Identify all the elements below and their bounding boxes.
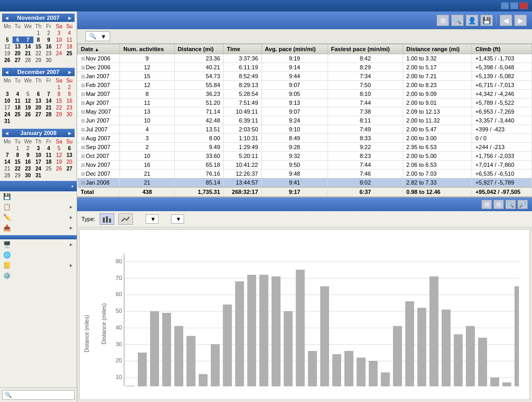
cal-week: 5 6 7 8 9 1011	[2, 36, 75, 43]
maximize-button[interactable]	[510, 2, 518, 9]
cal-jan-prev[interactable]: ◄	[4, 130, 9, 136]
chart-icon-settings[interactable]: ⚙	[493, 200, 504, 209]
cell-num: 8	[120, 90, 174, 99]
activity-reports-header[interactable]: ▪	[0, 181, 77, 191]
cell-fast-pace: 7:34	[328, 72, 403, 81]
table-container[interactable]: Date Num. activities Distance (mi) Time …	[77, 44, 532, 198]
sidebar-item-save-report[interactable]: 💾	[0, 191, 77, 202]
sidebar-search: 🔍	[0, 387, 77, 402]
table-row[interactable]: ⊞May 2007 13 71.14 10:49:11 9:07 7:38 2.…	[78, 107, 532, 116]
table-row[interactable]: ⊞Dec 2007 21 76.16 12:26:37 9:48 7:46 2.…	[78, 169, 532, 178]
main-container: ◄ November 2007 ► Mo Tu We Th Fr Sa Su	[0, 11, 532, 402]
chart-header: ⊞ ⚙ 🔍 🔎	[77, 198, 532, 211]
cell-date: ⊞Dec 2007	[78, 169, 120, 178]
table-row[interactable]: ⊞Nov 2006 9 23.36 3:37:36 9:19 8:42 1.00…	[78, 54, 532, 63]
search-icon: 🔍	[5, 392, 12, 398]
cell-time: 10:49:11	[224, 107, 262, 116]
cal-week: 28293031	[2, 172, 75, 179]
cell-dist-range: 2.00 to 11.32	[403, 116, 472, 125]
table-row[interactable]: ⊞Nov 2007 16 65.18 10:41:22 9:50 7:44 2.…	[78, 161, 532, 169]
cell-avg-pace: 9:19	[261, 54, 328, 63]
toolbar-back-icon[interactable]: ◀	[500, 15, 512, 26]
table-row[interactable]: ⊞Jan 2007 15 54.73 8:52:49 9:44 7:34 2.0…	[78, 72, 532, 81]
toolbar-forward-icon[interactable]: ▶	[514, 15, 527, 26]
chart-icon-zoom-out[interactable]: 🔎	[517, 200, 528, 209]
svg-rect-60	[478, 338, 487, 394]
cell-time: 8:52:49	[224, 72, 262, 81]
svg-rect-29	[199, 374, 207, 394]
sidebar-item-select-view[interactable]: 🖥️ ►	[0, 239, 77, 250]
sidebar-item-import[interactable]: 🌐	[0, 250, 77, 260]
col-num-activities[interactable]: Num. activities	[120, 44, 174, 54]
sidebar-item-edit-activity[interactable]: ✏️ ►	[0, 212, 77, 223]
table-row[interactable]: ⊞Apr 2007 11 51.20 7:51:49 9:13 7:44 2.0…	[78, 99, 532, 107]
cal-next-button[interactable]: ►	[67, 15, 72, 21]
table-row[interactable]: ⊞Dec 2006 12 40.21 6:11:19 9:14 8:29 2.0…	[78, 63, 532, 72]
svg-rect-26	[162, 313, 171, 394]
other-tasks-header[interactable]	[0, 235, 77, 239]
table-row[interactable]: ⊞Jan 2008 21 85.14 13:44:57 9:41 8:02 2.…	[78, 178, 532, 188]
cell-date: ⊞Jun 2007	[78, 116, 120, 125]
table-row[interactable]: ⊞Oct 2007 10 33.60 5:20:11 9:32 8:23 2.0…	[78, 152, 532, 161]
toolbar-user-icon[interactable]: 👤	[466, 15, 478, 26]
cell-date: ⊞Nov 2006	[78, 54, 120, 63]
col-avg-pace[interactable]: Avg. pace (min/mi)	[261, 44, 328, 54]
cell-date: ⊞Feb 2007	[78, 81, 120, 90]
cal-dec-prev[interactable]: ◄	[4, 69, 9, 75]
table-row[interactable]: ⊞Jul 2007 4 13.51 2:03:50 9:10 7:49 2.00…	[78, 125, 532, 134]
col-time[interactable]: Time	[224, 44, 262, 54]
cal-prev-button[interactable]: ◄	[4, 15, 9, 21]
cell-avg-pace: 8:49	[261, 134, 328, 143]
select-report-arrow: ►	[69, 204, 74, 210]
chart-by-select[interactable]: ▼	[171, 214, 184, 224]
table-row[interactable]: ⊞Feb 2007 12 55.84 8:29:13 9:07 7:50 2.0…	[78, 81, 532, 90]
svg-rect-63	[515, 287, 523, 394]
chart-data-select[interactable]: ▼	[146, 214, 159, 224]
table-row[interactable]: ⊞Jun 2007 10 42.48 6:39:11 9:24 8:11 2.0…	[78, 116, 532, 125]
sidebar-item-export[interactable]: 📤 ►	[0, 223, 77, 233]
close-button[interactable]	[519, 2, 528, 9]
col-date[interactable]: Date	[78, 44, 120, 54]
sidebar-item-logbook[interactable]: 📒 ►	[0, 260, 77, 271]
cell-climb: +5,789 / -5,522	[472, 99, 532, 107]
cal-week: 2122232425 2627	[2, 165, 75, 172]
chart-icon-zoom-in[interactable]: 🔍	[505, 200, 516, 209]
search-box[interactable]: 🔍	[2, 390, 75, 400]
cell-fast-pace: 8:29	[328, 63, 403, 72]
cal-dec-next[interactable]: ►	[67, 69, 72, 75]
col-fastest-pace[interactable]: Fastest pace (min/mi)	[328, 44, 403, 54]
sidebar-item-select-report[interactable]: 📋 ►	[0, 202, 77, 212]
main-content: ⊞ 🔍 👤 💾 ◀ ▶ 🔍 ▼ Date	[77, 11, 532, 402]
table-row[interactable]: ⊞Mar 2007 8 36.23 5:28:54 9:05 8:10 2.00…	[78, 90, 532, 99]
total-dist: 1,735.31	[174, 187, 223, 197]
cell-date: ⊞Oct 2007	[78, 152, 120, 161]
calendar-november-grid: Mo Tu We Th Fr Sa Su 12 34	[2, 23, 75, 64]
search-by-input[interactable]: 🔍 ▼	[86, 31, 110, 41]
svg-rect-34	[235, 282, 244, 394]
chart-icon-grid[interactable]: ⊞	[481, 200, 492, 209]
total-num: 438	[120, 187, 174, 197]
col-distance-range[interactable]: Distance range (mi)	[403, 44, 472, 54]
sidebar-item-settings[interactable]: ⚙️	[0, 271, 77, 281]
chart-type-line-button[interactable]	[118, 213, 133, 225]
table-row[interactable]: ⊞Sep 2007 2 9.49 1:29:49 9:28 9:22 2.95 …	[78, 143, 532, 152]
cal-jan-next[interactable]: ►	[67, 130, 72, 136]
toolbar-search-icon[interactable]: 🔍	[451, 15, 464, 26]
svg-text:Oct 2004: Oct 2004	[142, 391, 165, 399]
minimize-button[interactable]	[501, 2, 509, 9]
col-climb[interactable]: Climb (ft)	[472, 44, 532, 54]
calendar-november: ◄ November 2007 ► Mo Tu We Th Fr Sa Su	[0, 11, 77, 66]
col-distance[interactable]: Distance (mi)	[174, 44, 223, 54]
svg-text:Oct 2005: Oct 2005	[263, 391, 287, 399]
svg-rect-52	[405, 301, 414, 394]
svg-rect-49	[381, 373, 390, 394]
settings-icon: ⚙️	[3, 272, 11, 279]
toolbar-grid-icon[interactable]: ⊞	[437, 15, 449, 26]
cell-time: 13:44:57	[224, 178, 262, 188]
svg-rect-39	[284, 311, 292, 394]
cell-dist: 55.84	[174, 81, 223, 90]
cell-date: ⊞Jul 2007	[78, 125, 120, 134]
table-row[interactable]: ⊞Aug 2007 3 8.00 1:10:31 8:49 8:33 2.00 …	[78, 134, 532, 143]
toolbar-save-icon[interactable]: 💾	[480, 15, 493, 26]
chart-type-bar-button[interactable]	[100, 213, 114, 225]
